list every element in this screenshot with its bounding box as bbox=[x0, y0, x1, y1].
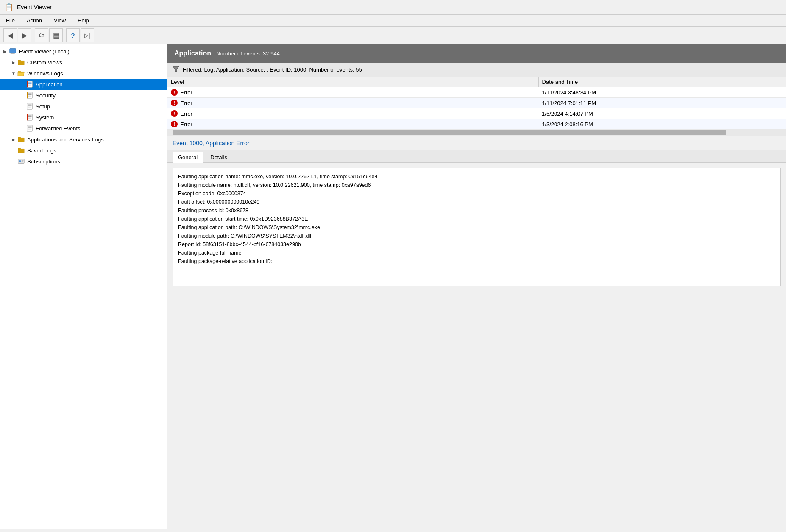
table-row[interactable]: ! Error 1/5/2024 4:14:07 PM bbox=[167, 108, 786, 119]
sidebar-item-system-label: System bbox=[36, 114, 54, 121]
sidebar-item-root-label: Event Viewer (Local) bbox=[19, 48, 70, 55]
sidebar-item-app-services-logs[interactable]: ▶ Applications and Services Logs bbox=[0, 134, 167, 145]
detail-line: Faulting module name: ntdll.dll, version… bbox=[178, 181, 775, 189]
sidebar-item-application-label: Application bbox=[36, 81, 63, 88]
detail-line: Report Id: 58f63151-8bbc-4544-bf16-67840… bbox=[178, 240, 775, 249]
svg-rect-5 bbox=[28, 83, 32, 84]
level-text: Error bbox=[180, 121, 192, 127]
tree-toggle-app-services-logs[interactable]: ▶ bbox=[10, 137, 17, 142]
help-button[interactable]: ? bbox=[66, 28, 80, 42]
svg-rect-29 bbox=[22, 161, 23, 162]
folder-open-icon bbox=[17, 69, 25, 78]
menu-bar: File Action View Help bbox=[0, 15, 786, 27]
tab-general[interactable]: General bbox=[173, 152, 203, 163]
sidebar-item-custom-views[interactable]: ▶ Custom Views bbox=[0, 57, 167, 68]
svg-rect-15 bbox=[28, 105, 32, 106]
detail-line: Faulting application start time: 0x0x1D9… bbox=[178, 215, 775, 223]
col-level[interactable]: Level bbox=[167, 77, 538, 87]
svg-rect-4 bbox=[28, 83, 32, 83]
app-title: Event Viewer bbox=[17, 4, 52, 11]
col-datetime[interactable]: Date and Time bbox=[538, 77, 786, 87]
error-circle: ! bbox=[171, 100, 178, 106]
menu-help[interactable]: Help bbox=[75, 17, 92, 25]
cell-level: ! Error bbox=[167, 87, 538, 98]
sidebar-item-security[interactable]: Security bbox=[0, 90, 167, 101]
forward-button[interactable]: ▶ bbox=[18, 28, 31, 42]
svg-rect-19 bbox=[28, 116, 32, 116]
detail-line: Fault offset: 0x000000000010c249 bbox=[178, 198, 775, 206]
svg-rect-0 bbox=[10, 49, 16, 53]
svg-rect-28 bbox=[22, 160, 24, 161]
svg-rect-14 bbox=[28, 105, 32, 105]
sidebar-item-app-services-logs-label: Applications and Services Logs bbox=[27, 136, 104, 143]
detail-line: Faulting package full name: bbox=[178, 249, 775, 257]
log-icon-application bbox=[25, 80, 34, 89]
table-row[interactable]: ! Error 1/3/2024 2:08:16 PM bbox=[167, 119, 786, 130]
subscriptions-icon bbox=[17, 157, 25, 166]
sidebar-item-windows-logs[interactable]: ▼ Windows Logs bbox=[0, 68, 167, 79]
cell-datetime: 1/3/2024 2:08:16 PM bbox=[538, 119, 786, 130]
cell-datetime: 1/5/2024 4:14:07 PM bbox=[538, 108, 786, 119]
sidebar-item-application[interactable]: Application bbox=[0, 79, 167, 90]
table-row[interactable]: ! Error 1/11/2024 8:48:34 PM bbox=[167, 87, 786, 98]
svg-rect-23 bbox=[28, 127, 32, 127]
svg-rect-6 bbox=[28, 85, 31, 85]
svg-rect-20 bbox=[28, 116, 32, 117]
svg-rect-12 bbox=[28, 96, 31, 96]
sidebar-item-setup[interactable]: Setup bbox=[0, 101, 167, 112]
error-circle: ! bbox=[171, 110, 178, 117]
sidebar-item-saved-logs[interactable]: Saved Logs bbox=[0, 145, 167, 156]
table-scrollbar[interactable] bbox=[173, 130, 726, 135]
svg-rect-16 bbox=[28, 107, 31, 107]
level-text: Error bbox=[180, 100, 192, 106]
error-icon: ! Error bbox=[171, 121, 192, 127]
menu-view[interactable]: View bbox=[51, 17, 68, 25]
tabs-bar: General Details bbox=[167, 150, 786, 163]
error-circle: ! bbox=[171, 89, 178, 96]
filter-bar: Filtered: Log: Application; Source: ; Ev… bbox=[167, 63, 786, 77]
svg-rect-24 bbox=[28, 127, 32, 128]
svg-rect-21 bbox=[28, 118, 31, 118]
detail-line: Faulting process id: 0x0x8678 bbox=[178, 206, 775, 215]
events-table: Level Date and Time ! Error 1/11/2024 8:… bbox=[167, 77, 786, 130]
svg-rect-11 bbox=[28, 94, 32, 95]
svg-rect-1 bbox=[11, 53, 14, 54]
tree-toggle-windows-logs[interactable]: ▼ bbox=[10, 71, 17, 76]
folder-icon-saved-logs bbox=[17, 146, 25, 155]
svg-rect-7 bbox=[27, 81, 28, 87]
content-title: Application bbox=[174, 50, 211, 57]
log-icon-system bbox=[25, 113, 34, 122]
tab-details[interactable]: Details bbox=[205, 152, 233, 162]
sidebar-item-system[interactable]: System bbox=[0, 112, 167, 123]
table-row[interactable]: ! Error 1/11/2024 7:01:11 PM bbox=[167, 98, 786, 108]
cell-datetime: 1/11/2024 8:48:34 PM bbox=[538, 87, 786, 98]
back-button[interactable]: ◀ bbox=[3, 28, 17, 42]
sidebar-item-saved-logs-label: Saved Logs bbox=[27, 147, 56, 154]
cell-level: ! Error bbox=[167, 98, 538, 108]
svg-rect-13 bbox=[27, 103, 33, 109]
show-hide-button[interactable]: ▤ bbox=[49, 28, 63, 42]
main-layout: ▶ Event Viewer (Local) ▶ Custom Views bbox=[0, 44, 786, 529]
detail-line: Faulting application name: mmc.exe, vers… bbox=[178, 172, 775, 181]
cell-level: ! Error bbox=[167, 119, 538, 130]
sidebar-item-root[interactable]: ▶ Event Viewer (Local) bbox=[0, 46, 167, 57]
sidebar-item-forwarded-events[interactable]: Forwarded Events bbox=[0, 123, 167, 134]
events-table-wrapper: Level Date and Time ! Error 1/11/2024 8:… bbox=[167, 77, 786, 136]
folder-icon bbox=[17, 58, 25, 66]
export-button[interactable]: ▷| bbox=[81, 28, 94, 42]
error-circle: ! bbox=[171, 121, 178, 127]
tree-toggle-custom-views[interactable]: ▶ bbox=[10, 60, 17, 65]
sidebar-item-setup-label: Setup bbox=[36, 103, 50, 110]
up-button[interactable]: 🗂 bbox=[35, 28, 48, 42]
sidebar-item-windows-logs-label: Windows Logs bbox=[27, 70, 63, 77]
sidebar-item-security-label: Security bbox=[36, 92, 56, 99]
svg-rect-27 bbox=[19, 160, 21, 162]
menu-action[interactable]: Action bbox=[24, 17, 45, 25]
event-detail-header: Event 1000, Application Error bbox=[167, 136, 786, 150]
svg-rect-9 bbox=[27, 92, 28, 98]
folder-icon-app-services bbox=[17, 135, 25, 144]
app-icon: 📋 bbox=[4, 3, 14, 12]
sidebar-item-subscriptions[interactable]: Subscriptions bbox=[0, 156, 167, 167]
tree-toggle-root[interactable]: ▶ bbox=[2, 49, 8, 54]
menu-file[interactable]: File bbox=[3, 17, 17, 25]
